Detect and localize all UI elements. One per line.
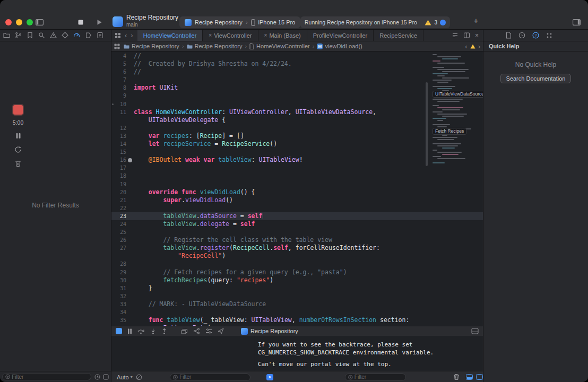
file-inspector-icon[interactable] [506, 32, 512, 39]
step-over-icon[interactable] [137, 328, 145, 334]
code-line-27[interactable]: 27 tableView.register(RecipeCell.self, f… [111, 244, 483, 252]
recent-files-icon[interactable] [115, 32, 121, 39]
warning-icon[interactable] [425, 20, 431, 25]
code-line-19[interactable]: 19 [111, 180, 483, 188]
project-navigator-icon[interactable] [1, 31, 12, 40]
process-chip[interactable]: Recipe Repository [241, 328, 298, 335]
record-stop-button[interactable] [12, 104, 24, 116]
jumpbar-item[interactable]: MviewDidLoad() [317, 43, 362, 49]
editor-scrollbar[interactable] [426, 82, 428, 166]
history-inspector-icon[interactable] [518, 32, 525, 39]
scheme-label[interactable]: Recipe Repository [195, 19, 243, 25]
window-title-group[interactable]: Recipe Repository main [126, 14, 178, 28]
debug-console-area[interactable]: If you want to see the backtrace, please… [111, 336, 483, 371]
debug-navigator-icon[interactable] [71, 31, 82, 40]
symbols-navigator-icon[interactable] [24, 31, 36, 40]
code-line-6[interactable]: 6// [111, 68, 483, 76]
split-editor-icon[interactable] [463, 32, 470, 39]
tab-close-icon[interactable]: × [264, 32, 267, 38]
issue-warning-icon[interactable] [470, 44, 475, 49]
clear-console-button[interactable] [453, 371, 460, 382]
code-line-4[interactable]: 4// [111, 52, 483, 60]
code-line-23[interactable]: 23 tableView.dataSource = self [111, 212, 483, 220]
reports-navigator-icon[interactable] [94, 31, 106, 40]
variables-view-toggle-icon[interactable] [466, 371, 473, 382]
tests-navigator-icon[interactable] [59, 31, 71, 40]
previous-issue-button[interactable]: ‹ [465, 43, 467, 50]
console-filter-input[interactable] [354, 374, 403, 380]
debug-area-toggle-icon[interactable] [471, 328, 479, 334]
tab-main-base-[interactable]: ×Main (Base) [258, 30, 307, 41]
breakpoints-toggle-button[interactable] [116, 328, 122, 334]
minimap[interactable]: UITableViewDataSourceFetch Recipes [430, 53, 481, 177]
restart-button[interactable] [14, 146, 22, 153]
show-recent-icon[interactable] [94, 374, 100, 380]
step-out-icon[interactable] [161, 328, 167, 334]
continue-pause-icon[interactable] [127, 328, 132, 334]
navigator-filter-input[interactable] [12, 374, 88, 380]
simulate-location-icon[interactable] [218, 328, 224, 334]
breakpoints-navigator-icon[interactable] [83, 31, 94, 40]
memory-graph-icon[interactable] [193, 328, 200, 334]
variables-filter-input[interactable] [179, 374, 247, 380]
ib-outlet-indicator-icon[interactable] [128, 158, 132, 162]
pause-button[interactable] [15, 133, 21, 139]
code-line-35[interactable]: 35 func tableView(_ tableView: UITableVi… [111, 316, 483, 324]
quick-help-inspector-icon[interactable]: ? [532, 32, 539, 39]
activity-viewer[interactable]: Running Recipe Repository on iPhone 15 P… [300, 16, 450, 28]
editor-options-icon[interactable] [452, 32, 459, 39]
minimize-window-button[interactable] [16, 19, 22, 25]
code-line-32[interactable]: 32 [111, 292, 483, 300]
show-marked-icon[interactable] [103, 374, 109, 380]
view-hierarchy-icon[interactable] [181, 328, 188, 334]
next-issue-button[interactable]: › [478, 43, 480, 50]
code-line-5[interactable]: 5// Created by Drishya Shrestha on 4/22/… [111, 60, 483, 68]
tab-recipeservice[interactable]: RecipeService [374, 30, 423, 41]
code-line-34[interactable]: 34 [111, 308, 483, 316]
code-line-18[interactable]: 18 [111, 172, 483, 180]
stop-button[interactable] [75, 18, 86, 27]
destination-label[interactable]: iPhone 15 Pro [258, 19, 296, 25]
run-button[interactable] [94, 18, 105, 27]
find-navigator-icon[interactable] [36, 31, 47, 40]
close-window-button[interactable] [5, 19, 12, 25]
tab-close-icon[interactable]: × [209, 32, 212, 38]
navigator-filter-field[interactable] [2, 373, 91, 380]
go-forward-button[interactable]: › [131, 32, 133, 39]
code-line-24[interactable]: 24 tableView.delegate = self [111, 220, 483, 228]
variables-filter-field[interactable] [170, 374, 250, 381]
code-line-25[interactable]: 25 [111, 228, 483, 236]
environment-overrides-icon[interactable] [205, 328, 212, 334]
accessibility-inspector-icon[interactable] [546, 32, 552, 39]
code-line-33[interactable]: 33 // MARK: - UITableViewDataSource [111, 300, 483, 308]
toggle-inspector-icon[interactable] [571, 18, 582, 27]
toggle-navigator-icon[interactable] [34, 18, 45, 27]
jumpbar-item[interactable]: HomeViewController [249, 43, 310, 49]
tab-profileviewcontroller[interactable]: ProfileViewController [307, 30, 374, 41]
trash-button[interactable] [15, 160, 21, 167]
variables-console-divider[interactable] [255, 336, 255, 371]
step-into-icon[interactable] [150, 328, 156, 334]
jumpbar-item[interactable]: Recipe Repository [124, 43, 179, 49]
code-line-20[interactable]: 20 override func viewDidLoad() { [111, 188, 483, 196]
code-line-26[interactable]: 26 // Register the cell class with the t… [111, 236, 483, 244]
add-button[interactable]: + [471, 16, 481, 25]
search-documentation-button[interactable]: Search Documentation [500, 74, 572, 83]
variables-scope-dropdown[interactable]: Auto ▾ [117, 371, 133, 382]
zoom-window-button[interactable] [27, 19, 33, 25]
close-editor-icon[interactable]: × [475, 32, 479, 39]
code-line-wrap[interactable]: "RecipeCell") [111, 252, 483, 260]
scheme-destination-selector[interactable]: Recipe Repository › iPhone 15 Pro [179, 16, 300, 28]
console-filter-field[interactable] [345, 374, 406, 381]
go-back-button[interactable]: ‹ [125, 32, 127, 39]
code-line-28[interactable]: 28 [111, 260, 483, 268]
code-line-30[interactable]: 30 fetchRecipes(query: "recipes") [111, 276, 483, 284]
related-items-icon[interactable] [114, 44, 120, 49]
code-line-31[interactable]: 31 } [111, 284, 483, 292]
source-editor[interactable]: 4//5// Created by Drishya Shrestha on 4/… [111, 51, 483, 326]
debugger-prompt-icon[interactable]: > [266, 371, 273, 382]
console-view-toggle-icon[interactable] [476, 371, 483, 382]
flatten-icon[interactable] [136, 371, 142, 382]
source-control-navigator-icon[interactable] [13, 31, 24, 40]
code-line-21[interactable]: 21 super.viewDidLoad() [111, 196, 483, 204]
